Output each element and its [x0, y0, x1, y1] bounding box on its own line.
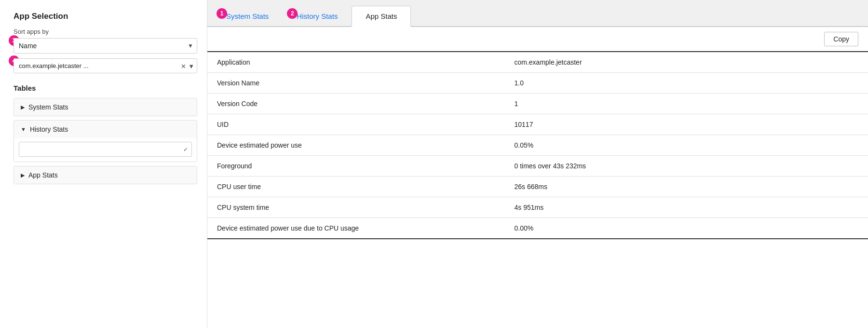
- table-row: Version Name 1.0: [207, 73, 868, 94]
- tab-history-stats-label: History Stats: [297, 12, 338, 20]
- table-row: Device estimated power use due to CPU us…: [207, 218, 868, 239]
- table-row: CPU system time 4s 951ms: [207, 197, 868, 218]
- stat-key: Foreground: [207, 156, 505, 177]
- stat-value: com.example.jetcaster: [505, 52, 868, 73]
- stat-value: 1.0: [505, 73, 868, 94]
- history-sub-select-wrapper: ✓: [19, 142, 192, 157]
- table-item-app-stats: ▶ App Stats: [14, 166, 197, 184]
- stat-key: Version Code: [207, 94, 505, 114]
- table-item-system-stats: ▶ System Stats: [14, 98, 197, 116]
- table-row: Version Code 1: [207, 94, 868, 114]
- arrow-down-icon: ▼: [21, 126, 26, 132]
- stats-table: Application com.example.jetcaster Versio…: [207, 51, 868, 239]
- table-header-history-stats[interactable]: ▼ History Stats: [14, 121, 197, 138]
- history-stats-label: History Stats: [30, 125, 68, 133]
- stat-value: 0.05%: [505, 135, 868, 156]
- main-panel: 1 System Stats 2 History Stats App Stats…: [207, 0, 868, 328]
- stat-value: 1: [505, 94, 868, 114]
- tab-history-stats[interactable]: 2 History Stats: [283, 6, 352, 26]
- stat-key: Device estimated power use due to CPU us…: [207, 218, 505, 239]
- sort-label: Sort apps by: [14, 28, 197, 35]
- sort-select-wrapper: Name Package UID ▼: [14, 38, 197, 54]
- stat-key: Device estimated power use: [207, 135, 505, 156]
- content-area: Copy Application com.example.jetcaster V…: [207, 27, 868, 328]
- stat-key: CPU user time: [207, 177, 505, 197]
- copy-button[interactable]: Copy: [824, 32, 858, 46]
- system-stats-label: System Stats: [28, 103, 68, 111]
- app-select[interactable]: com.example.jetcaster ...: [14, 58, 197, 73]
- table-row: Application com.example.jetcaster: [207, 52, 868, 73]
- tab-app-stats-label: App Stats: [366, 12, 397, 20]
- tab-badge-1: 1: [217, 8, 227, 19]
- stat-value: 0.00%: [505, 218, 868, 239]
- stat-key: Application: [207, 52, 505, 73]
- history-stats-sub: ✓: [14, 138, 197, 162]
- table-row: Foreground 0 times over 43s 232ms: [207, 156, 868, 177]
- stat-key: CPU system time: [207, 197, 505, 218]
- sidebar: App Selection Sort apps by 3 Name Packag…: [0, 0, 207, 328]
- table-row: UID 10117: [207, 114, 868, 135]
- stat-value: 26s 668ms: [505, 177, 868, 197]
- table-header-app-stats[interactable]: ▶ App Stats: [14, 166, 197, 184]
- sort-select[interactable]: Name Package UID: [14, 38, 197, 54]
- tab-system-stats[interactable]: 1 System Stats: [212, 6, 283, 26]
- table-row: CPU user time 26s 668ms: [207, 177, 868, 197]
- table-header-system-stats[interactable]: ▶ System Stats: [14, 98, 197, 116]
- history-sub-select[interactable]: [19, 142, 192, 157]
- toolbar: Copy: [207, 27, 868, 51]
- tab-system-stats-label: System Stats: [226, 12, 269, 20]
- stat-key: UID: [207, 114, 505, 135]
- app-select-wrapper: com.example.jetcaster ... ✕ ▼: [14, 58, 197, 73]
- arrow-right-icon: ▶: [21, 104, 25, 110]
- arrow-right-icon-2: ▶: [21, 172, 25, 178]
- stat-value: 4s 951ms: [505, 197, 868, 218]
- tabs-bar: 1 System Stats 2 History Stats App Stats: [207, 0, 868, 27]
- tab-app-stats[interactable]: App Stats: [352, 6, 411, 27]
- table-row: Device estimated power use 0.05%: [207, 135, 868, 156]
- stat-value: 0 times over 43s 232ms: [505, 156, 868, 177]
- tab-badge-2: 2: [287, 8, 298, 19]
- tables-title: Tables: [14, 84, 197, 92]
- table-item-history-stats: ▼ History Stats ✓: [14, 120, 197, 162]
- sidebar-title: App Selection: [14, 12, 197, 21]
- stat-key: Version Name: [207, 73, 505, 94]
- app-stats-label: App Stats: [28, 171, 58, 179]
- stat-value: 10117: [505, 114, 868, 135]
